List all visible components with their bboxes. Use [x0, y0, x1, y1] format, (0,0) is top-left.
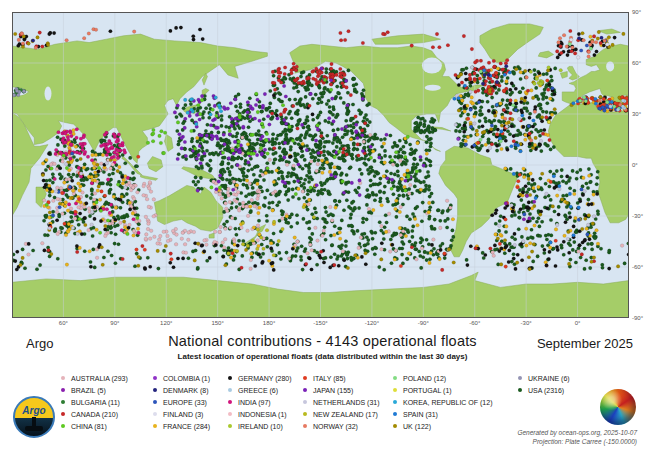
lat-tick-label: 30°: [632, 111, 641, 117]
legend-color-dot: [61, 400, 65, 404]
lon-tick-label: -150°: [313, 320, 327, 326]
legend-country-label: PORTUGAL (1): [403, 387, 452, 394]
legend-country-label: COLOMBIA (1): [163, 375, 210, 382]
legend-item: NEW ZEALAND (17): [303, 408, 380, 420]
legend-country-label: CANADA (210): [71, 411, 118, 418]
legend-item: SPAIN (31): [393, 408, 492, 420]
legend-country-label: POLAND (12): [403, 375, 446, 382]
legend-color-dot: [228, 388, 232, 392]
legend-item: USA (2316): [518, 384, 570, 396]
legend-color-dot: [228, 376, 232, 380]
legend-item: POLAND (12): [393, 372, 492, 384]
legend-country-label: USA (2316): [528, 387, 564, 394]
legend-country-label: NORWAY (32): [313, 423, 358, 430]
legend-country-label: GREECE (6): [238, 387, 278, 394]
legend-column: POLAND (12)PORTUGAL (1)KOREA, REPUBLIC O…: [393, 372, 492, 432]
legend-color-dot: [303, 388, 307, 392]
lon-tick-label: 90°: [110, 320, 119, 326]
footer-generated-line: Generated by ocean-ops.org, 2025-10-07: [517, 428, 637, 437]
legend-item: BRAZIL (5): [61, 384, 128, 396]
legend-color-dot: [228, 400, 232, 404]
lon-tick-label: 60°: [59, 320, 68, 326]
legend-color-dot: [303, 412, 307, 416]
footer-projection-line: Projection: Plate Carree (-150.0000): [517, 437, 637, 446]
legend-column: COLOMBIA (1)DENMARK (8)EUROPE (33)FINLAN…: [153, 372, 210, 432]
legend-country-label: CHINA (81): [71, 423, 107, 430]
page-subtitle: Latest location of operational floats (d…: [120, 352, 525, 361]
legend-color-dot: [518, 388, 522, 392]
legend-item: FINLAND (3): [153, 408, 210, 420]
legend-item: UK (122): [393, 420, 492, 432]
legend-column: GERMANY (280)GREECE (6)INDIA (97)INDONES…: [228, 372, 292, 432]
legend-color-dot: [303, 376, 307, 380]
legend-country-label: INDIA (97): [238, 399, 271, 406]
lon-tick-label: -90°: [418, 320, 429, 326]
lat-tick-label: -60°: [632, 264, 643, 270]
legend-country-label: FINLAND (3): [163, 411, 203, 418]
legend: AUSTRALIA (293)BRAZIL (5)BULGARIA (11)CA…: [0, 372, 645, 434]
lon-tick-label: -30°: [521, 320, 532, 326]
legend-item: GERMANY (280): [228, 372, 292, 384]
legend-country-label: FRANCE (284): [163, 423, 210, 430]
legend-color-dot: [303, 400, 307, 404]
legend-country-label: JAPAN (155): [313, 387, 353, 394]
legend-color-dot: [393, 412, 397, 416]
float-dots-indonesia: [111, 163, 115, 167]
legend-color-dot: [153, 388, 157, 392]
argo-status-map-page: 60°90°120°150°180°-150°-120°-90°-60°-30°…: [0, 0, 645, 449]
legend-item: JAPAN (155): [303, 384, 380, 396]
legend-color-dot: [393, 400, 397, 404]
legend-color-dot: [153, 424, 157, 428]
ocean-ops-globe-icon: [600, 389, 636, 425]
legend-item: NETHERLANDS (31): [303, 396, 380, 408]
legend-item: DENMARK (8): [153, 384, 210, 396]
lat-tick-label: 0°: [632, 162, 638, 168]
world-map: 60°90°120°150°180°-150°-120°-90°-60°-30°…: [12, 12, 629, 318]
legend-color-dot: [518, 376, 522, 380]
legend-item: EUROPE (33): [153, 396, 210, 408]
world-map-canvas: [12, 12, 629, 318]
legend-item: CANADA (210): [61, 408, 128, 420]
legend-country-label: KOREA, REPUBLIC OF (12): [403, 399, 492, 406]
lon-tick-label: 0°: [575, 320, 581, 326]
legend-item: PORTUGAL (1): [393, 384, 492, 396]
legend-item: FRANCE (284): [153, 420, 210, 432]
legend-color-dot: [61, 376, 65, 380]
lat-tick-label: 60°: [632, 60, 641, 66]
legend-column: AUSTRALIA (293)BRAZIL (5)BULGARIA (11)CA…: [61, 372, 128, 432]
legend-color-dot: [61, 424, 65, 428]
legend-color-dot: [153, 400, 157, 404]
legend-color-dot: [393, 388, 397, 392]
float-dots-colombia: [456, 137, 460, 141]
legend-country-label: SPAIN (31): [403, 411, 438, 418]
legend-color-dot: [393, 424, 397, 428]
legend-country-label: BULGARIA (11): [71, 399, 120, 406]
lat-tick-label: 90°: [632, 9, 641, 15]
legend-color-dot: [61, 388, 65, 392]
legend-country-label: NEW ZEALAND (17): [313, 411, 378, 418]
legend-item: KOREA, REPUBLIC OF (12): [393, 396, 492, 408]
legend-column: UKRAINE (6)USA (2316): [518, 372, 570, 396]
legend-item: INDIA (97): [228, 396, 292, 408]
legend-color-dot: [228, 412, 232, 416]
legend-item: NORWAY (32): [303, 420, 380, 432]
legend-country-label: GERMANY (280): [238, 375, 292, 382]
float-dots-portugal: [547, 120, 551, 124]
legend-item: BULGARIA (11): [61, 396, 128, 408]
legend-country-label: EUROPE (33): [163, 399, 207, 406]
legend-country-label: ITALY (85): [313, 375, 346, 382]
legend-item: INDONESIA (1): [228, 408, 292, 420]
lon-tick-label: -120°: [365, 320, 379, 326]
legend-country-label: UKRAINE (6): [528, 375, 570, 382]
legend-item: GREECE (6): [228, 384, 292, 396]
legend-color-dot: [153, 376, 157, 380]
argo-logo-text: Argo: [15, 405, 53, 416]
legend-color-dot: [153, 412, 157, 416]
legend-color-dot: [393, 376, 397, 380]
legend-country-label: NETHERLANDS (31): [313, 399, 380, 406]
legend-item: CHINA (81): [61, 420, 128, 432]
lat-tick-label: -90°: [632, 315, 643, 321]
legend-item: UKRAINE (6): [518, 372, 570, 384]
argo-float-silhouette-base: [25, 426, 43, 431]
legend-country-label: AUSTRALIA (293): [71, 375, 128, 382]
